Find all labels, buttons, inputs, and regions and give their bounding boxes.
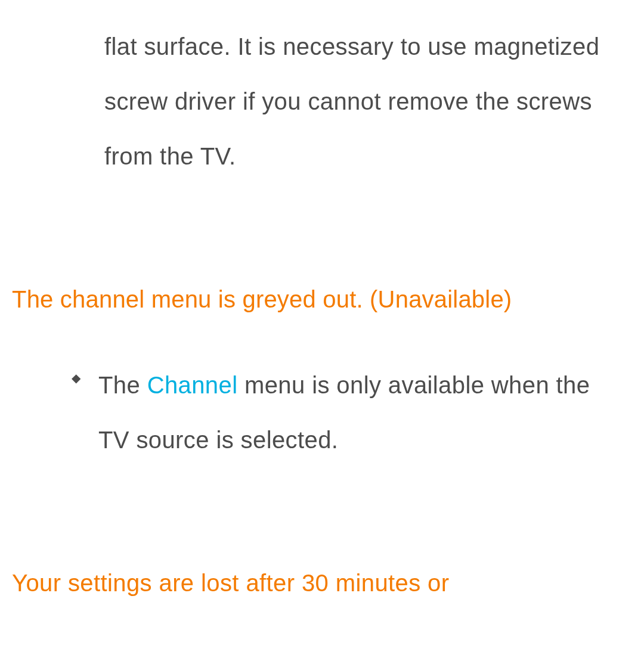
channel-highlight: Channel <box>147 372 238 398</box>
document-content: flat surface. It is necessary to use mag… <box>0 19 644 610</box>
section-heading-channel-menu: The channel menu is greyed out. (Unavail… <box>12 272 608 327</box>
bullet-text: The Channel menu is only available when … <box>98 358 608 467</box>
section-heading-settings-lost: Your settings are lost after 30 minutes … <box>12 555 608 610</box>
bullet-diamond-icon: ◆ <box>72 371 80 467</box>
bullet-text-prefix: The <box>98 372 147 398</box>
bullet-item: ◆ The Channel menu is only available whe… <box>72 358 608 467</box>
prior-bullet-continuation: flat surface. It is necessary to use mag… <box>104 19 608 184</box>
